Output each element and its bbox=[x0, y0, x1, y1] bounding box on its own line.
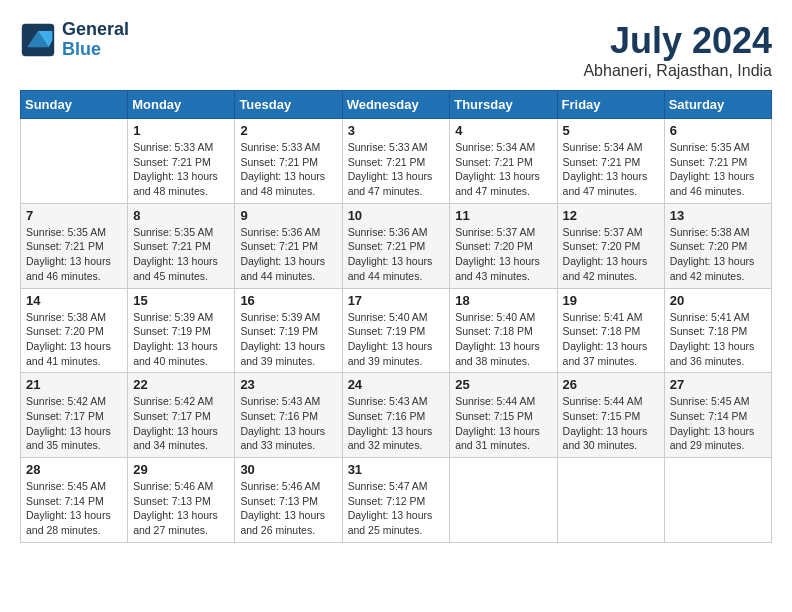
calendar-cell: 11Sunrise: 5:37 AM Sunset: 7:20 PM Dayli… bbox=[450, 203, 557, 288]
day-number: 18 bbox=[455, 293, 551, 308]
cell-info: Sunrise: 5:40 AM Sunset: 7:19 PM Dayligh… bbox=[348, 310, 445, 369]
calendar-cell: 1Sunrise: 5:33 AM Sunset: 7:21 PM Daylig… bbox=[128, 119, 235, 204]
day-number: 2 bbox=[240, 123, 336, 138]
weekday-header-sunday: Sunday bbox=[21, 91, 128, 119]
calendar-week-5: 28Sunrise: 5:45 AM Sunset: 7:14 PM Dayli… bbox=[21, 458, 772, 543]
calendar-cell: 6Sunrise: 5:35 AM Sunset: 7:21 PM Daylig… bbox=[664, 119, 771, 204]
calendar-week-4: 21Sunrise: 5:42 AM Sunset: 7:17 PM Dayli… bbox=[21, 373, 772, 458]
calendar-cell bbox=[664, 458, 771, 543]
calendar-cell: 23Sunrise: 5:43 AM Sunset: 7:16 PM Dayli… bbox=[235, 373, 342, 458]
calendar-cell: 25Sunrise: 5:44 AM Sunset: 7:15 PM Dayli… bbox=[450, 373, 557, 458]
calendar-cell: 26Sunrise: 5:44 AM Sunset: 7:15 PM Dayli… bbox=[557, 373, 664, 458]
calendar-cell bbox=[450, 458, 557, 543]
cell-info: Sunrise: 5:43 AM Sunset: 7:16 PM Dayligh… bbox=[348, 394, 445, 453]
day-number: 26 bbox=[563, 377, 659, 392]
day-number: 25 bbox=[455, 377, 551, 392]
day-number: 4 bbox=[455, 123, 551, 138]
cell-info: Sunrise: 5:33 AM Sunset: 7:21 PM Dayligh… bbox=[240, 140, 336, 199]
calendar-week-3: 14Sunrise: 5:38 AM Sunset: 7:20 PM Dayli… bbox=[21, 288, 772, 373]
calendar-cell: 28Sunrise: 5:45 AM Sunset: 7:14 PM Dayli… bbox=[21, 458, 128, 543]
calendar-cell: 24Sunrise: 5:43 AM Sunset: 7:16 PM Dayli… bbox=[342, 373, 450, 458]
day-number: 12 bbox=[563, 208, 659, 223]
calendar-cell: 9Sunrise: 5:36 AM Sunset: 7:21 PM Daylig… bbox=[235, 203, 342, 288]
day-number: 15 bbox=[133, 293, 229, 308]
logo: General Blue bbox=[20, 20, 129, 60]
day-number: 27 bbox=[670, 377, 766, 392]
day-number: 1 bbox=[133, 123, 229, 138]
day-number: 23 bbox=[240, 377, 336, 392]
day-number: 21 bbox=[26, 377, 122, 392]
calendar-cell: 13Sunrise: 5:38 AM Sunset: 7:20 PM Dayli… bbox=[664, 203, 771, 288]
cell-info: Sunrise: 5:38 AM Sunset: 7:20 PM Dayligh… bbox=[26, 310, 122, 369]
page-header: General Blue July 2024 Abhaneri, Rajasth… bbox=[20, 20, 772, 80]
calendar-cell: 16Sunrise: 5:39 AM Sunset: 7:19 PM Dayli… bbox=[235, 288, 342, 373]
calendar-cell: 19Sunrise: 5:41 AM Sunset: 7:18 PM Dayli… bbox=[557, 288, 664, 373]
logo-text: General Blue bbox=[62, 20, 129, 60]
cell-info: Sunrise: 5:36 AM Sunset: 7:21 PM Dayligh… bbox=[240, 225, 336, 284]
calendar-cell: 18Sunrise: 5:40 AM Sunset: 7:18 PM Dayli… bbox=[450, 288, 557, 373]
cell-info: Sunrise: 5:44 AM Sunset: 7:15 PM Dayligh… bbox=[563, 394, 659, 453]
day-number: 8 bbox=[133, 208, 229, 223]
day-number: 3 bbox=[348, 123, 445, 138]
day-number: 14 bbox=[26, 293, 122, 308]
weekday-header-friday: Friday bbox=[557, 91, 664, 119]
day-number: 10 bbox=[348, 208, 445, 223]
cell-info: Sunrise: 5:46 AM Sunset: 7:13 PM Dayligh… bbox=[133, 479, 229, 538]
calendar-cell: 3Sunrise: 5:33 AM Sunset: 7:21 PM Daylig… bbox=[342, 119, 450, 204]
logo-line2: Blue bbox=[62, 39, 101, 59]
cell-info: Sunrise: 5:33 AM Sunset: 7:21 PM Dayligh… bbox=[133, 140, 229, 199]
day-number: 19 bbox=[563, 293, 659, 308]
day-number: 20 bbox=[670, 293, 766, 308]
calendar-cell: 5Sunrise: 5:34 AM Sunset: 7:21 PM Daylig… bbox=[557, 119, 664, 204]
cell-info: Sunrise: 5:46 AM Sunset: 7:13 PM Dayligh… bbox=[240, 479, 336, 538]
calendar-cell: 8Sunrise: 5:35 AM Sunset: 7:21 PM Daylig… bbox=[128, 203, 235, 288]
cell-info: Sunrise: 5:47 AM Sunset: 7:12 PM Dayligh… bbox=[348, 479, 445, 538]
calendar-cell: 30Sunrise: 5:46 AM Sunset: 7:13 PM Dayli… bbox=[235, 458, 342, 543]
calendar-cell: 4Sunrise: 5:34 AM Sunset: 7:21 PM Daylig… bbox=[450, 119, 557, 204]
day-number: 9 bbox=[240, 208, 336, 223]
weekday-header-thursday: Thursday bbox=[450, 91, 557, 119]
day-number: 7 bbox=[26, 208, 122, 223]
calendar-cell: 20Sunrise: 5:41 AM Sunset: 7:18 PM Dayli… bbox=[664, 288, 771, 373]
day-number: 24 bbox=[348, 377, 445, 392]
day-number: 22 bbox=[133, 377, 229, 392]
calendar-week-1: 1Sunrise: 5:33 AM Sunset: 7:21 PM Daylig… bbox=[21, 119, 772, 204]
day-number: 29 bbox=[133, 462, 229, 477]
calendar-cell: 31Sunrise: 5:47 AM Sunset: 7:12 PM Dayli… bbox=[342, 458, 450, 543]
location: Abhaneri, Rajasthan, India bbox=[583, 62, 772, 80]
weekday-header-monday: Monday bbox=[128, 91, 235, 119]
calendar-cell: 12Sunrise: 5:37 AM Sunset: 7:20 PM Dayli… bbox=[557, 203, 664, 288]
day-number: 31 bbox=[348, 462, 445, 477]
calendar-header: SundayMondayTuesdayWednesdayThursdayFrid… bbox=[21, 91, 772, 119]
day-number: 17 bbox=[348, 293, 445, 308]
cell-info: Sunrise: 5:37 AM Sunset: 7:20 PM Dayligh… bbox=[455, 225, 551, 284]
weekday-header-wednesday: Wednesday bbox=[342, 91, 450, 119]
cell-info: Sunrise: 5:42 AM Sunset: 7:17 PM Dayligh… bbox=[133, 394, 229, 453]
cell-info: Sunrise: 5:37 AM Sunset: 7:20 PM Dayligh… bbox=[563, 225, 659, 284]
month-year: July 2024 bbox=[583, 20, 772, 62]
calendar-cell: 15Sunrise: 5:39 AM Sunset: 7:19 PM Dayli… bbox=[128, 288, 235, 373]
calendar-week-2: 7Sunrise: 5:35 AM Sunset: 7:21 PM Daylig… bbox=[21, 203, 772, 288]
cell-info: Sunrise: 5:35 AM Sunset: 7:21 PM Dayligh… bbox=[26, 225, 122, 284]
calendar-cell: 10Sunrise: 5:36 AM Sunset: 7:21 PM Dayli… bbox=[342, 203, 450, 288]
cell-info: Sunrise: 5:39 AM Sunset: 7:19 PM Dayligh… bbox=[240, 310, 336, 369]
day-number: 30 bbox=[240, 462, 336, 477]
cell-info: Sunrise: 5:41 AM Sunset: 7:18 PM Dayligh… bbox=[563, 310, 659, 369]
cell-info: Sunrise: 5:34 AM Sunset: 7:21 PM Dayligh… bbox=[455, 140, 551, 199]
cell-info: Sunrise: 5:34 AM Sunset: 7:21 PM Dayligh… bbox=[563, 140, 659, 199]
day-number: 16 bbox=[240, 293, 336, 308]
cell-info: Sunrise: 5:36 AM Sunset: 7:21 PM Dayligh… bbox=[348, 225, 445, 284]
calendar-table: SundayMondayTuesdayWednesdayThursdayFrid… bbox=[20, 90, 772, 543]
logo-line1: General bbox=[62, 20, 129, 40]
day-number: 28 bbox=[26, 462, 122, 477]
cell-info: Sunrise: 5:41 AM Sunset: 7:18 PM Dayligh… bbox=[670, 310, 766, 369]
day-number: 13 bbox=[670, 208, 766, 223]
weekday-header-tuesday: Tuesday bbox=[235, 91, 342, 119]
calendar-body: 1Sunrise: 5:33 AM Sunset: 7:21 PM Daylig… bbox=[21, 119, 772, 543]
cell-info: Sunrise: 5:45 AM Sunset: 7:14 PM Dayligh… bbox=[26, 479, 122, 538]
calendar-cell bbox=[21, 119, 128, 204]
cell-info: Sunrise: 5:39 AM Sunset: 7:19 PM Dayligh… bbox=[133, 310, 229, 369]
calendar-cell bbox=[557, 458, 664, 543]
cell-info: Sunrise: 5:40 AM Sunset: 7:18 PM Dayligh… bbox=[455, 310, 551, 369]
title-block: July 2024 Abhaneri, Rajasthan, India bbox=[583, 20, 772, 80]
